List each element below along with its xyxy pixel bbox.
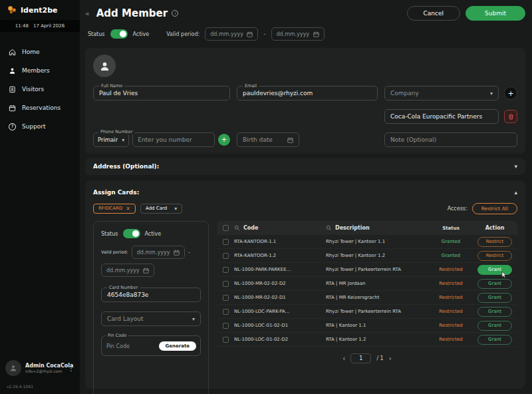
card-layout-select[interactable]: Card Layout ▾ — [101, 311, 201, 326]
phone-number-field[interactable] — [132, 132, 215, 147]
row-action-button[interactable]: Grant — [477, 293, 512, 303]
table-rows: RTA-KANTOOR-1.1 Rhyzi Tower | Kantoor 1.… — [217, 235, 517, 347]
address-section[interactable]: Address (Optional): ▾ — [85, 158, 525, 175]
full-name-input[interactable] — [99, 90, 224, 97]
status-header: Status — [430, 226, 472, 231]
card-number-input[interactable] — [107, 292, 195, 298]
table-row: NL-1000-LOC-PARK-PA... Rhyzi Tower | Par… — [217, 305, 517, 319]
valid-to-input[interactable]: dd.mm.yyyy — [271, 27, 325, 41]
status-toggle[interactable] — [110, 29, 128, 39]
page-total: / 1 — [376, 355, 383, 361]
range-separator: - — [263, 31, 265, 37]
chevron-down-icon: ▾ — [490, 91, 493, 97]
birth-date-input[interactable]: Birth date — [237, 132, 299, 147]
add-company-button[interactable]: + — [504, 87, 517, 100]
row-checkbox[interactable] — [223, 281, 229, 287]
select-all-checkbox[interactable] — [223, 225, 229, 231]
cancel-button[interactable]: Cancel — [407, 6, 461, 21]
add-phone-button[interactable]: + — [218, 134, 230, 146]
card-number-field[interactable]: Card Number — [101, 288, 201, 302]
company-value-input[interactable] — [390, 113, 493, 120]
row-code: NL-1000-LOC-01-02-D1 — [234, 323, 326, 328]
access-table: Code Description Status Action RTA-KANTO… — [217, 221, 517, 382]
row-action-button[interactable]: Restrict — [477, 251, 512, 261]
row-checkbox[interactable] — [223, 337, 229, 343]
pin-code-label: Pin Code — [106, 333, 128, 338]
page-input[interactable]: 1 — [350, 353, 371, 363]
row-action-button[interactable]: Grant — [477, 307, 512, 317]
sidebar-item-home[interactable]: Home — [0, 43, 80, 61]
card-status-label: Status — [101, 231, 118, 237]
row-checkbox[interactable] — [223, 253, 229, 259]
code-header[interactable]: Code — [234, 225, 326, 231]
status-bar: Status Active Valid period: dd.mm.yyyy -… — [88, 25, 525, 43]
status-badge: Restricted — [430, 323, 472, 328]
chevron-up-icon[interactable]: ▴ — [514, 189, 517, 196]
chevron-down-icon[interactable]: ▾ — [514, 163, 517, 170]
sidebar-item-label: Members — [22, 67, 50, 74]
row-description: Rhyzi Tower | Parkeerterrein RTA — [326, 309, 430, 314]
company-select[interactable]: Company ▾ — [384, 86, 499, 100]
sidebar-collapse-button[interactable]: « — [85, 10, 90, 17]
submit-button[interactable]: Submit — [466, 6, 525, 21]
page-title: Add Member — [96, 7, 168, 19]
calendar-icon — [247, 31, 253, 37]
row-checkbox[interactable] — [223, 267, 229, 273]
status-badge: Restricted — [430, 295, 472, 300]
row-action-button[interactable]: Grant — [477, 265, 512, 275]
user-email: info+2@rhyzi.com — [25, 369, 64, 373]
row-action-button[interactable]: Restrict — [477, 237, 512, 247]
pin-code-input[interactable] — [106, 343, 146, 349]
card-valid-to-input[interactable]: dd.mm.yyyy — [101, 264, 154, 277]
datetime-bar: 11:48 17 April 2026 — [0, 20, 80, 32]
valid-from-input[interactable]: dd.mm.yyyy — [205, 27, 258, 41]
row-action-button[interactable]: Grant — [477, 321, 512, 331]
sidebar-item-support[interactable]: ? Support — [0, 117, 80, 136]
row-checkbox[interactable] — [223, 295, 229, 301]
phone-number-input[interactable] — [138, 136, 209, 143]
row-action-button[interactable]: Grant — [477, 335, 512, 345]
user-row[interactable]: Admin CocaCola info+2@rhyzi.com ⋮ — [5, 360, 74, 376]
range-separator: - — [188, 249, 190, 256]
sidebar-item-visitors[interactable]: Visitors — [0, 80, 80, 98]
rfidcard-chip[interactable]: RFIDCARD × — [93, 204, 136, 214]
address-section-title: Address (Optional): — [93, 163, 159, 170]
row-description: RTA | Kantoor 1.2 — [326, 337, 430, 342]
delete-company-button[interactable] — [504, 110, 517, 123]
full-name-field[interactable]: Full Name — [93, 86, 230, 100]
generate-button[interactable]: Generate — [159, 341, 197, 351]
prev-page-button[interactable]: ‹ — [342, 355, 345, 362]
row-action-button[interactable]: Grant — [477, 279, 512, 289]
sidebar-item-members[interactable]: Members — [0, 61, 80, 80]
email-input[interactable] — [243, 90, 372, 97]
add-card-chip[interactable]: Add Card ▾ — [140, 204, 182, 214]
person-icon — [99, 61, 110, 72]
kebab-menu-icon[interactable]: ⋮ — [68, 365, 74, 372]
card-valid-from-input[interactable]: dd.mm.yyyy — [132, 246, 185, 259]
access-controls: Access: Restrict All — [448, 203, 517, 214]
card-status-toggle[interactable] — [123, 229, 140, 238]
table-row: NL-1000-LOC-01-02-D2 RTA | Kantoor 1.2 R… — [217, 333, 517, 347]
row-checkbox[interactable] — [223, 309, 229, 315]
note-field[interactable] — [384, 132, 517, 147]
row-code: NL-1000-MR-02-02-D1 — [234, 295, 326, 300]
company-row: Company ▾ + — [384, 86, 517, 100]
description-header[interactable]: Description — [326, 225, 430, 231]
phone-label: Phone Number — [98, 129, 134, 134]
note-input[interactable] — [390, 136, 511, 143]
sidebar-item-reservations[interactable]: Reservations — [0, 98, 80, 117]
assign-cards-header: Assign Cards: ▴ — [93, 187, 517, 198]
row-checkbox[interactable] — [223, 239, 229, 245]
member-avatar[interactable] — [93, 55, 116, 77]
phone-type-select[interactable]: Primair ▾ — [93, 132, 129, 147]
row-checkbox[interactable] — [223, 323, 229, 329]
time-text: 11:48 — [15, 23, 29, 29]
calendar-icon — [313, 31, 319, 37]
restrict-all-button[interactable]: Restrict All — [472, 203, 517, 214]
email-field[interactable]: Email — [237, 86, 378, 100]
next-page-button[interactable]: › — [389, 355, 392, 362]
close-icon[interactable]: × — [126, 206, 130, 212]
status-badge: Restricted — [430, 281, 472, 286]
row-description: RTA | MR Jordaan — [326, 281, 430, 286]
company-value-field[interactable] — [384, 109, 499, 124]
